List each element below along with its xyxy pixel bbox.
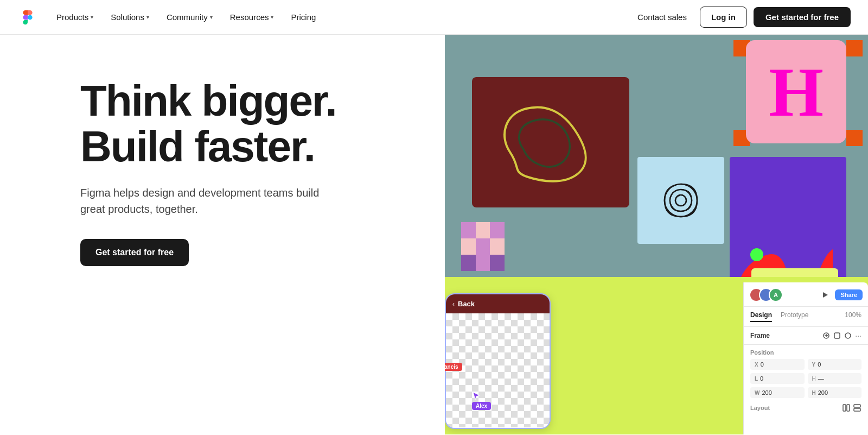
illustration-spiral-card [637,157,724,244]
x-label: X [755,362,758,368]
design-tab[interactable]: Design [750,311,772,322]
svg-rect-21 [854,405,860,407]
cursor-alex-badge: Alex [472,402,491,410]
nav-label-solutions: Solutions [111,12,144,22]
h-label: H [812,390,816,396]
contact-sales-link[interactable]: Contact sales [631,8,693,26]
nav-left: Products ▾ Solutions ▾ Community ▾ Resou… [17,7,323,28]
position-label: Position [750,349,861,356]
svg-rect-17 [834,333,840,338]
h4-input[interactable]: H — [808,373,862,384]
back-chevron: ‹ [452,300,455,308]
svg-marker-13 [823,292,828,298]
figma-logo[interactable] [17,7,38,28]
nav-item-community[interactable]: Community ▾ [159,8,220,26]
orange-square-tr [846,40,863,56]
y-label: Y [812,362,816,368]
figma-right-panel: A Share Design Prototype 100% Frame [743,282,868,434]
frame-label: Frame [750,332,770,339]
svg-rect-22 [854,408,860,411]
svg-rect-19 [843,405,846,411]
y-input[interactable]: Y 0 [808,359,862,370]
nav-item-solutions[interactable]: Solutions ▾ [103,8,157,26]
h-letter-shape: H [769,56,824,127]
nav-item-resources[interactable]: Resources ▾ [222,8,282,26]
hero-section: Think bigger. Build faster. Figma helps … [0,35,868,434]
hero-subtitle: Figma helps design and development teams… [80,185,330,217]
nav-label-resources: Resources [230,12,269,22]
chevron-down-icon: ▾ [210,14,213,20]
nav-item-pricing[interactable]: Pricing [283,8,323,26]
mobile-3-header: Back [458,300,475,308]
h-input[interactable]: H 200 [808,387,862,398]
illustration-magenta-card: H [746,40,846,143]
nav-item-products[interactable]: Products ▾ [49,8,101,26]
play-icon[interactable] [819,288,832,301]
x-value: 0 [761,361,764,368]
hero-cta-button[interactable]: Get started for free [80,239,189,266]
h-value: 200 [818,389,828,396]
more-icon[interactable]: ··· [855,331,861,340]
hero-left: Think bigger. Build faster. Figma helps … [0,35,445,434]
orange-square-br [846,130,863,146]
nav-label-pricing: Pricing [291,12,316,22]
h4-label: H [812,376,816,382]
svg-rect-20 [847,405,850,411]
avatar-group: A [749,288,783,302]
nav-right: Contact sales Log in Get started for fre… [631,7,851,28]
y-value: 0 [818,361,821,368]
chevron-down-icon: ▾ [271,14,273,20]
l-input[interactable]: L 0 [750,373,805,384]
cursor-alex: Alex [472,391,491,410]
w-label: W [755,390,760,396]
layout-icons [842,404,861,412]
illustration-checker-card [461,222,505,271]
x-input[interactable]: X 0 [750,359,805,370]
chevron-down-icon: ▾ [146,14,149,20]
login-button[interactable]: Log in [700,7,747,28]
w-input[interactable]: W 200 [750,387,805,398]
hero-title-line2: Build faster. [80,122,315,171]
h4-value: — [818,375,824,382]
svg-point-0 [750,248,763,261]
illustration-dark-red-card [472,77,629,207]
l-label: L [755,376,758,382]
avatar-3: A [769,288,783,302]
nav-label-community: Community [167,12,208,22]
chevron-down-icon: ▾ [91,14,93,20]
w-value: 200 [762,389,771,396]
prototype-tab[interactable]: Prototype [781,311,808,322]
l-value: 0 [760,375,763,382]
hero-title: Think bigger. Build faster. [80,78,445,169]
layout-label: Layout [750,405,770,411]
get-started-button-nav[interactable]: Get started for free [754,7,851,27]
nav-label-products: Products [56,12,88,22]
share-button[interactable]: Share [835,289,863,300]
zoom-level[interactable]: 100% [845,311,861,322]
hero-title-line1: Think bigger. [80,77,336,125]
svg-point-18 [845,333,851,338]
navbar: Products ▾ Solutions ▾ Community ▾ Resou… [0,0,868,35]
